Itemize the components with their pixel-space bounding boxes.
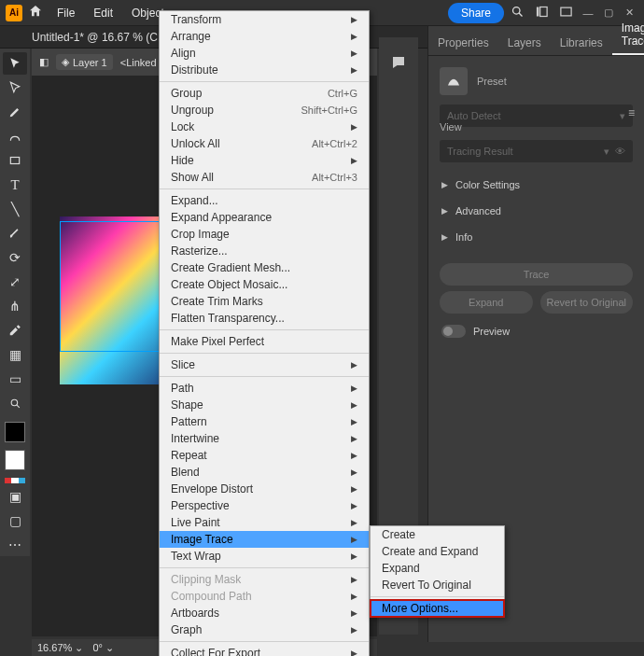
menuitem-revert-to-original[interactable]: Revert To Original — [371, 577, 504, 593]
home-icon[interactable] — [24, 4, 47, 21]
menuitem-slice[interactable]: Slice▶ — [160, 356, 369, 373]
menuitem-create-trim-marks[interactable]: Create Trim Marks — [160, 293, 369, 310]
menuitem-expand-appearance[interactable]: Expand Appearance — [160, 209, 369, 226]
embed-icon[interactable]: ◧ — [39, 56, 49, 68]
screen-mode-icon[interactable]: ▢ — [3, 509, 27, 532]
preview-label: Preview — [473, 326, 510, 337]
svg-rect-4 — [560, 7, 570, 16]
zoom-dropdown[interactable]: 16.67% ⌄ — [37, 642, 83, 654]
panel-tab-properties[interactable]: Properties — [428, 31, 498, 55]
brush-tool[interactable] — [3, 222, 27, 244]
svg-rect-5 — [10, 158, 19, 164]
menuitem-create-gradient-mesh[interactable]: Create Gradient Mesh... — [160, 259, 369, 276]
window-minimize-icon[interactable]: — — [579, 7, 597, 19]
comment-icon[interactable] — [390, 54, 407, 71]
expand-button[interactable]: Expand — [440, 291, 533, 314]
menuitem-create-and-expand[interactable]: Create and Expand — [371, 543, 504, 560]
draw-mode-icon[interactable]: ▣ — [3, 485, 27, 508]
menuitem-intertwine[interactable]: Intertwine▶ — [160, 430, 369, 447]
menuitem-create-object-mosaic[interactable]: Create Object Mosaic... — [160, 276, 369, 293]
menuitem-create[interactable]: Create — [371, 526, 504, 543]
scale-tool[interactable]: ⤢ — [3, 271, 27, 293]
menuitem-envelope-distort[interactable]: Envelope Distort▶ — [160, 481, 369, 497]
menuitem-graph[interactable]: Graph▶ — [160, 621, 369, 638]
accordion-color-settings[interactable]: ▶Color Settings — [428, 172, 644, 198]
menuitem-unlock-all[interactable]: Unlock AllAlt+Ctrl+2 — [160, 135, 369, 152]
rectangle-tool[interactable] — [3, 149, 27, 172]
menuitem-group[interactable]: GroupCtrl+G — [160, 85, 369, 102]
preview-toggle[interactable] — [441, 325, 466, 338]
panel-tab-libraries[interactable]: Libraries — [551, 31, 612, 55]
color-mode-strip[interactable] — [5, 478, 25, 483]
panel-tab-layers[interactable]: Layers — [498, 31, 551, 55]
menuitem-flatten-transparency[interactable]: Flatten Transparency... — [160, 310, 369, 327]
menuitem-lock[interactable]: Lock▶ — [160, 119, 369, 135]
eyedropper-tool[interactable] — [3, 319, 27, 342]
eye-icon[interactable]: 👁 — [615, 146, 625, 157]
svg-point-6 — [11, 399, 18, 406]
svg-line-7 — [16, 404, 19, 407]
workspace-icon[interactable] — [530, 5, 553, 21]
direct-selection-tool[interactable] — [3, 77, 27, 99]
menuitem-collect-for-export[interactable]: Collect For Export▶ — [160, 645, 369, 656]
menuitem-more-options[interactable]: More Options... — [371, 600, 504, 617]
stroke-swatch[interactable] — [5, 450, 25, 470]
pen-tool[interactable] — [3, 101, 27, 123]
menu-edit[interactable]: Edit — [85, 3, 121, 23]
menuitem-image-trace[interactable]: Image Trace▶ — [160, 531, 369, 548]
rotation-dropdown[interactable]: 0° ⌄ — [92, 642, 114, 654]
menuitem-make-pixel-perfect[interactable]: Make Pixel Perfect — [160, 333, 369, 350]
type-tool[interactable]: T — [3, 174, 27, 196]
menuitem-crop-image[interactable]: Crop Image — [160, 226, 369, 243]
menuitem-ungroup[interactable]: UngroupShift+Ctrl+G — [160, 102, 369, 119]
panel-menu-icon[interactable]: ≡ — [628, 106, 635, 119]
menuitem-text-wrap[interactable]: Text Wrap▶ — [160, 548, 369, 565]
menuitem-perspective[interactable]: Perspective▶ — [160, 497, 369, 514]
gradient-tool[interactable]: ▦ — [3, 343, 27, 366]
share-button[interactable]: Share — [448, 3, 504, 23]
image-trace-icon — [440, 67, 468, 95]
menuitem-show-all[interactable]: Show AllAlt+Ctrl+3 — [160, 169, 369, 186]
menuitem-hide[interactable]: Hide▶ — [160, 152, 369, 169]
menuitem-shape[interactable]: Shape▶ — [160, 397, 369, 413]
menu-file[interactable]: File — [49, 3, 83, 23]
menuitem-expand[interactable]: Expand... — [160, 192, 369, 209]
revert-button[interactable]: Revert to Original — [540, 291, 634, 314]
svg-line-1 — [519, 13, 522, 16]
menuitem-rasterize[interactable]: Rasterize... — [160, 243, 369, 259]
object-menu: Transform▶Arrange▶Align▶Distribute▶ Grou… — [159, 10, 370, 656]
chevron-down-icon: ▾ — [620, 110, 625, 122]
menuitem-repeat[interactable]: Repeat▶ — [160, 447, 369, 464]
menuitem-arrange[interactable]: Arrange▶ — [160, 28, 369, 45]
line-tool[interactable]: ╲ — [3, 198, 27, 220]
menuitem-pattern[interactable]: Pattern▶ — [160, 413, 369, 430]
search-icon[interactable] — [506, 5, 528, 21]
menuitem-expand[interactable]: Expand — [371, 560, 504, 577]
zoom-tool[interactable] — [3, 392, 27, 414]
menuitem-artboards[interactable]: Artboards▶ — [160, 605, 369, 621]
accordion-info[interactable]: ▶Info — [428, 224, 644, 250]
svg-rect-2 — [536, 7, 539, 16]
more-tools-icon[interactable]: ⋯ — [3, 534, 27, 556]
panel-tab-image-trace[interactable]: Image Trace — [612, 16, 644, 55]
menuitem-blend[interactable]: Blend▶ — [160, 464, 369, 481]
fill-swatch[interactable] — [5, 422, 25, 442]
menuitem-compound-path: Compound Path▶ — [160, 588, 369, 605]
menuitem-distribute[interactable]: Distribute▶ — [160, 62, 369, 78]
menuitem-path[interactable]: Path▶ — [160, 380, 369, 397]
selection-tool[interactable] — [3, 52, 27, 75]
menuitem-live-paint[interactable]: Live Paint▶ — [160, 514, 369, 531]
layer-chip[interactable]: ◈ Layer 1 — [56, 54, 113, 70]
width-tool[interactable]: ⋔ — [3, 295, 27, 317]
menuitem-transform[interactable]: Transform▶ — [160, 11, 369, 28]
arrange-docs-icon[interactable] — [554, 5, 577, 21]
curvature-tool[interactable] — [3, 125, 27, 147]
artboard-tool[interactable]: ▭ — [3, 368, 27, 390]
accordion-advanced[interactable]: ▶Advanced — [428, 198, 644, 224]
menuitem-align[interactable]: Align▶ — [160, 45, 369, 62]
chevron-down-icon: ▾ — [604, 146, 609, 157]
tool-palette: T ╲ ⟳ ⤢ ⋔ ▦ ▭ ▣ ▢ ⋯ — [0, 49, 30, 556]
rotate-tool[interactable]: ⟳ — [3, 246, 27, 269]
trace-button[interactable]: Trace — [440, 263, 633, 286]
view-dropdown[interactable]: Tracing Result ▾ 👁 — [440, 140, 633, 162]
